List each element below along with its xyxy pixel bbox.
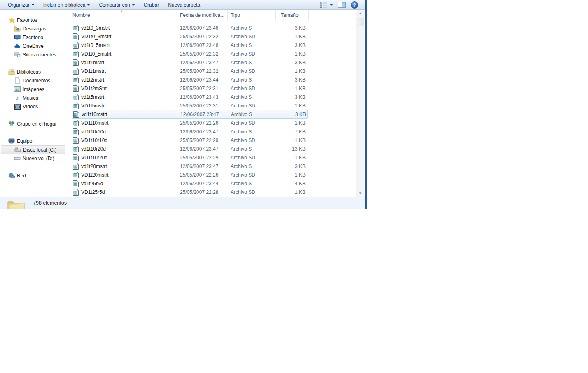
sidebar-item-bibliotecas[interactable]: Bibliotecas: [0, 68, 67, 76]
file-size: 1 KB: [279, 189, 308, 195]
table-row[interactable]: VD1t5mstrt 25/05/2007 22:31 Archivo SD 1…: [72, 101, 308, 110]
file-size: 1 KB: [279, 172, 308, 178]
sidebar-item-grupo-en-el-hogar[interactable]: Grupo en el hogar: [0, 119, 67, 128]
table-row[interactable]: VD1t10r20d 25/05/2007 22:29 Archivo SD 1…: [72, 153, 308, 162]
file-icon: [72, 172, 81, 178]
share-with-label: Compartir con: [99, 2, 130, 8]
file-icon: [72, 103, 81, 109]
file-name: vd1t10mstrt: [82, 112, 180, 117]
file-size: 1 KB: [279, 51, 308, 57]
file-size: 1 KB: [279, 68, 308, 74]
sidebar-item-nuevo-vol-d[interactable]: Nuevo vol (D:): [0, 154, 67, 163]
sidebar-item-sitios-recientes[interactable]: Sitios recientes: [0, 50, 67, 59]
include-in-library-label: Incluir en biblioteca: [43, 2, 86, 8]
file-name: vd1t25r5d: [81, 181, 180, 186]
change-view-button[interactable]: [320, 2, 333, 8]
file-icon: [72, 137, 81, 144]
file-date-modified: 25/05/2007 22:26: [180, 172, 231, 178]
table-row[interactable]: vd1t20mstrt 12/06/2007 23:47 Archivo S 3…: [72, 162, 308, 170]
burn-label: Grabar: [144, 2, 159, 8]
include-in-library-button[interactable]: Incluir en biblioteca: [39, 0, 95, 9]
vertical-scrollbar[interactable]: ▲ ▼: [356, 10, 364, 197]
table-row[interactable]: VD1t10r10d 25/05/2007 22:29 Archivo SD 1…: [72, 136, 308, 145]
new-folder-button[interactable]: Nueva carpeta: [163, 0, 205, 9]
table-row[interactable]: vd1t25r5d 12/06/2007 23:44 Archivo S 4 K…: [72, 179, 308, 188]
scrollbar-thumb[interactable]: [357, 18, 364, 26]
sidebar-item-label: Documentos: [23, 78, 50, 84]
drive-icon: [14, 155, 21, 162]
file-date-modified: 25/05/2007 22:29: [180, 155, 231, 161]
details-pane: 798 elementos: [0, 197, 365, 209]
table-row[interactable]: VD1t20mstrt 25/05/2007 22:26 Archivo SD …: [72, 170, 308, 179]
views-icon: [320, 2, 327, 8]
file-date-modified: 12/06/2007 23:44: [180, 181, 231, 186]
file-size: 3 KB: [279, 42, 308, 48]
sidebar-item-disco-local-c[interactable]: Disco local (C:): [1, 145, 65, 154]
share-with-button[interactable]: Compartir con: [94, 0, 139, 9]
help-icon[interactable]: ?: [351, 1, 358, 9]
file-date-modified: 12/06/2007 23:47: [180, 129, 231, 135]
file-type: Archivo S: [231, 77, 279, 83]
sidebar-item-imagenes[interactable]: Imágenes: [0, 85, 67, 93]
sidebar-item-musica[interactable]: ♪ Música: [0, 93, 67, 102]
sidebar-item-videos[interactable]: Vídeos: [0, 102, 67, 111]
file-type: Archivo SD: [231, 155, 279, 161]
table-row[interactable]: VD1t2mStrt 25/05/2007 22:31 Archivo SD 1…: [72, 84, 308, 93]
column-header-nombre[interactable]: Nombre: [67, 10, 177, 20]
table-row[interactable]: VD1t25r5d 25/05/2007 22:28 Archivo SD 1 …: [72, 188, 308, 196]
homegroup-icon: [8, 121, 15, 127]
sidebar-item-descargas[interactable]: Descargas: [0, 24, 67, 33]
file-date-modified: 12/06/2007 23:44: [180, 77, 231, 83]
scroll-up-button[interactable]: ▲: [356, 10, 364, 17]
table-row[interactable]: VD1t0_5mstrt 25/05/2007 22:32 Archivo SD…: [72, 49, 308, 58]
sidebar-item-escritorio[interactable]: Escritorio: [0, 33, 67, 42]
burn-button[interactable]: Grabar: [139, 0, 163, 9]
sidebar-item-red[interactable]: Red: [0, 171, 67, 180]
file-type: Archivo S: [231, 129, 279, 135]
folder-icon: [7, 199, 26, 209]
column-header-fecha[interactable]: Fecha de modifica...: [177, 10, 228, 20]
table-row[interactable]: VD1t1mstrt 25/05/2007 22:32 Archivo SD 1…: [72, 67, 308, 75]
table-row[interactable]: vd1t10r20d 12/06/2007 23:47 Archivo S 13…: [72, 145, 308, 153]
file-type: Archivo SD: [231, 120, 279, 126]
file-date-modified: 12/06/2007 23:43: [180, 94, 231, 100]
new-folder-label: Nueva carpeta: [168, 2, 200, 8]
scroll-down-button[interactable]: ▼: [356, 190, 364, 197]
file-icon: [72, 33, 81, 40]
onedrive-cloud-icon: [14, 43, 21, 49]
file-list-pane: ▲ Nombre Fecha de modifica... Tipo Tamañ…: [67, 10, 356, 197]
sidebar-item-favoritos[interactable]: Favoritos: [0, 16, 67, 24]
preview-pane-icon[interactable]: [338, 2, 346, 8]
file-name: VD1t10r20d: [81, 155, 180, 161]
sidebar-item-label: Grupo en el hogar: [17, 121, 57, 127]
sidebar-item-label: Música: [23, 95, 38, 101]
column-header-tipo[interactable]: Tipo: [228, 10, 276, 20]
table-row[interactable]: VD1t0_3mstrt 25/05/2007 22:32 Archivo SD…: [72, 32, 308, 41]
file-date-modified: 12/06/2007 23:47: [180, 146, 231, 152]
column-header-tamano[interactable]: Tamaño: [276, 10, 309, 20]
pictures-icon: [14, 86, 21, 93]
window-border: [365, 0, 367, 209]
file-date-modified: 12/06/2007 23:47: [180, 112, 231, 117]
table-row[interactable]: vd1t10r10d 12/06/2007 23:47 Archivo S 7 …: [72, 127, 308, 136]
file-date-modified: 25/05/2007 22:31: [180, 103, 231, 109]
sidebar-item-onedrive[interactable]: OneDrive: [0, 42, 67, 50]
sidebar-item-equipo[interactable]: Equipo: [0, 137, 67, 145]
table-row[interactable]: vd1t2mstrt 12/06/2007 23:44 Archivo S 3 …: [72, 75, 308, 84]
column-header-row: ▲ Nombre Fecha de modifica... Tipo Tamañ…: [67, 10, 356, 21]
file-size: 3 KB: [279, 94, 308, 100]
table-row[interactable]: vd1t0_3mstrt 12/06/2007 23:46 Archivo S …: [72, 23, 308, 32]
table-row[interactable]: vd1t10mstrt 12/06/2007 23:47 Archivo S 3…: [72, 110, 308, 119]
file-type: Archivo S: [231, 60, 279, 65]
sidebar-item-documentos[interactable]: Documentos: [0, 76, 67, 85]
file-name: VD1t1mstrt: [81, 68, 180, 74]
sidebar-item-label: Descargas: [23, 26, 46, 32]
table-row[interactable]: vd1t5mstrt 12/06/2007 23:43 Archivo S 3 …: [72, 93, 308, 101]
organize-button[interactable]: Organizar: [3, 0, 39, 9]
table-row[interactable]: VD1t10mstrt 25/05/2007 22:26 Archivo SD …: [72, 119, 308, 127]
file-name: VD1t10r10d: [81, 138, 180, 143]
table-row[interactable]: vd1t0_5mstrt 12/06/2007 23:46 Archivo S …: [72, 41, 308, 49]
file-name: vd1t1mstrt: [81, 60, 180, 65]
network-icon: [8, 173, 15, 179]
table-row[interactable]: vd1t1mstrt 12/06/2007 23:47 Archivo S 3 …: [72, 58, 308, 67]
